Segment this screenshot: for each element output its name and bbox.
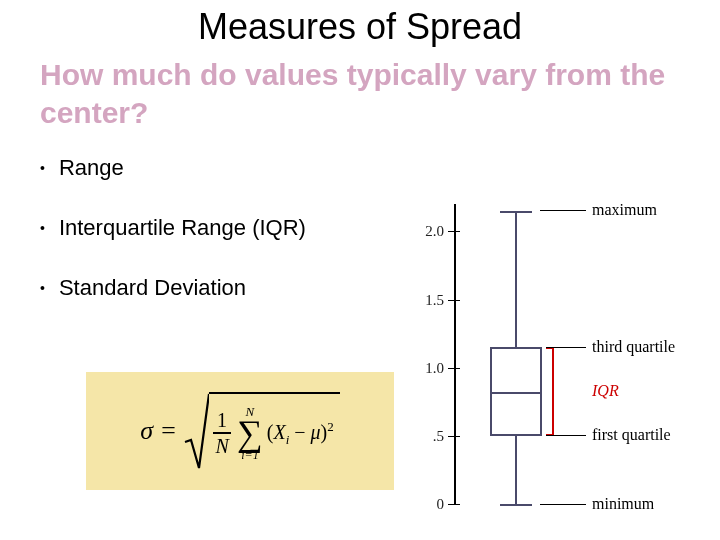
tick-label: 2.0 [406,223,444,240]
bullet-text: Interquartile Range (IQR) [59,215,306,241]
tick-label: .5 [406,427,444,444]
slide-title: Measures of Spread [0,0,720,48]
formula-body: (Xi − μ)2 [267,419,334,448]
sqrt-icon: 1 N N ∑ i=1 (Xi − μ)2 [183,392,340,470]
std-dev-formula: σ = 1 N N ∑ i=1 (Xi − μ)2 [140,392,340,470]
annot-q1: first quartile [592,426,671,444]
boxplot-axis: 0 .5 1.0 1.5 2.0 [406,194,566,514]
tick-label: 1.0 [406,359,444,376]
bullet-text: Range [59,155,124,181]
list-item: • Range [40,155,680,181]
bullet-dot-icon: • [40,280,45,296]
tick-label: 0 [406,496,444,513]
formula-lhs: σ = [140,416,177,446]
annot-minimum: minimum [592,495,654,513]
annot-q3: third quartile [592,338,675,356]
annot-maximum: maximum [592,201,657,219]
fraction: 1 N [213,410,231,456]
bullet-text: Standard Deviation [59,275,246,301]
annot-iqr: IQR [592,382,619,400]
bullet-dot-icon: • [40,220,45,236]
bullet-dot-icon: • [40,160,45,176]
boxplot-diagram: 0 .5 1.0 1.5 2.0 maximum third quartile … [396,194,706,524]
slide-subtitle: How much do values typically vary from t… [0,48,720,131]
tick-label: 1.5 [406,291,444,308]
boxplot-body [476,204,556,504]
formula-box: σ = 1 N N ∑ i=1 (Xi − μ)2 [86,372,394,490]
summation-icon: N ∑ i=1 [237,405,263,461]
